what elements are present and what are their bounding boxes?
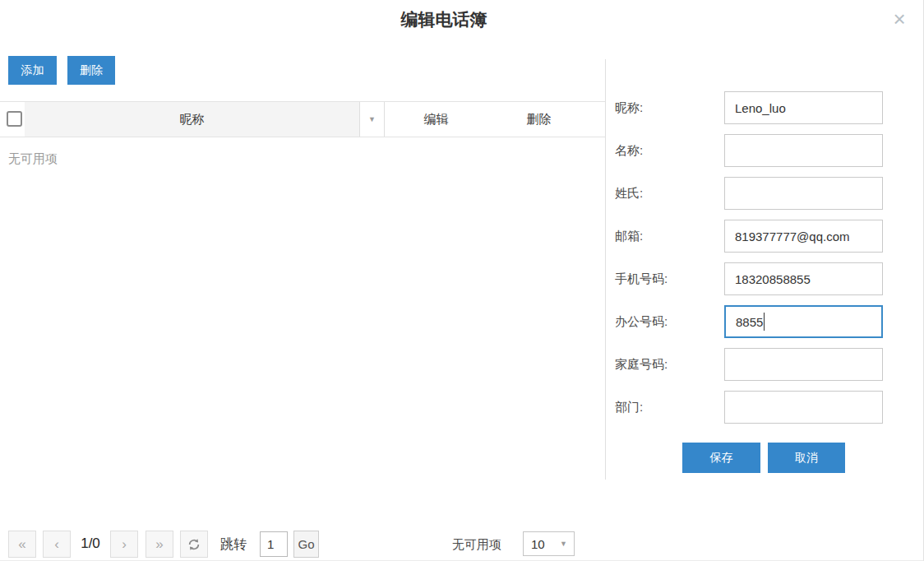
panel-divider <box>605 59 606 480</box>
column-header-delete: 删除 <box>487 102 590 137</box>
first-page-button[interactable]: « <box>8 531 36 558</box>
mobile-number-label: 手机号码: <box>615 271 724 287</box>
home-number-field[interactable] <box>724 348 883 381</box>
page-title: 编辑电话簿 <box>0 8 888 31</box>
close-icon[interactable]: × <box>886 7 912 33</box>
select-all-cell <box>0 102 25 137</box>
mobile-number-field[interactable] <box>724 262 883 295</box>
last-page-button[interactable]: » <box>146 531 173 558</box>
save-button[interactable]: 保存 <box>682 443 760 473</box>
jump-label: 跳转 <box>220 536 247 554</box>
email-label: 邮箱: <box>615 229 724 244</box>
prev-page-button[interactable]: ‹ <box>43 531 71 558</box>
page-size-select[interactable]: 10 ▼ <box>523 531 575 556</box>
column-header-nickname: 昵称 <box>25 102 359 137</box>
form-row-email: 邮箱: <box>615 220 886 253</box>
page-size-value: 10 <box>524 537 560 551</box>
select-all-checkbox[interactable] <box>7 111 22 127</box>
nickname-field[interactable] <box>724 91 883 124</box>
sort-dropdown-icon[interactable]: ▼ <box>359 102 385 137</box>
text-cursor <box>764 313 765 331</box>
form-row-department: 部门: <box>615 391 886 424</box>
cancel-button[interactable]: 取消 <box>768 443 845 473</box>
lastname-label: 姓氏: <box>615 186 724 202</box>
office-number-label: 办公号码: <box>615 314 724 330</box>
office-number-field[interactable] <box>724 305 883 338</box>
form-row-lastname: 姓氏: <box>615 177 886 210</box>
phonebook-table-header: 昵称 ▼ 编辑 删除 <box>0 101 605 137</box>
department-label: 部门: <box>615 400 724 415</box>
jump-page-input[interactable] <box>260 531 288 557</box>
refresh-button[interactable] <box>180 531 208 558</box>
column-header-edit: 编辑 <box>385 102 487 137</box>
form-row-nickname: 昵称: <box>615 91 886 124</box>
email-field[interactable] <box>724 220 883 253</box>
pagination-empty-text: 无可用项 <box>452 537 501 553</box>
firstname-field[interactable] <box>724 134 883 167</box>
form-row-mobile: 手机号码: <box>615 262 886 295</box>
next-page-button[interactable]: › <box>110 531 138 558</box>
refresh-icon <box>187 538 201 551</box>
delete-button[interactable]: 删除 <box>67 56 115 85</box>
table-empty-text: 无可用项 <box>8 151 58 167</box>
chevron-down-icon: ▼ <box>560 540 574 548</box>
home-number-label: 家庭号码: <box>615 357 724 373</box>
edit-phonebook-dialog: { "dialog": { "title": "编辑电话簿" }, "icons… <box>0 0 924 561</box>
form-row-office: 办公号码: <box>615 305 886 338</box>
department-field[interactable] <box>724 391 883 424</box>
go-button[interactable]: Go <box>293 531 319 558</box>
firstname-label: 名称: <box>615 143 724 159</box>
nickname-label: 昵称: <box>615 100 724 116</box>
contact-form: 昵称: 名称: 姓氏: 邮箱: 手机号码: 办公号码: 家庭号码: 部门: <box>615 91 886 434</box>
form-row-firstname: 名称: <box>615 134 886 167</box>
lastname-field[interactable] <box>724 177 883 210</box>
add-button[interactable]: 添加 <box>8 56 57 85</box>
form-row-home: 家庭号码: <box>615 348 886 381</box>
page-indicator: 1/0 <box>74 536 107 552</box>
